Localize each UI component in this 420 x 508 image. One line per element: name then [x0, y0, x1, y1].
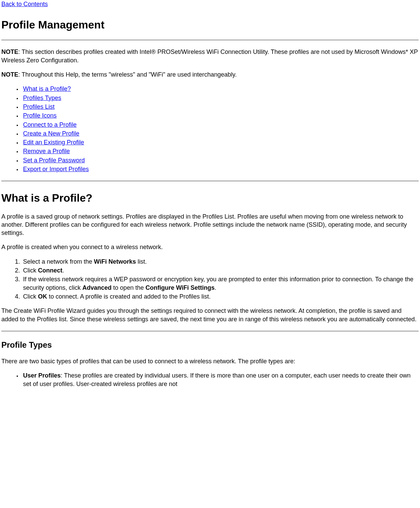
- toc-item: Create a New Profile: [22, 129, 419, 138]
- toc-link-edit-profile[interactable]: Edit an Existing Profile: [23, 139, 84, 146]
- text: to connect. A profile is created and add…: [47, 293, 211, 300]
- step-item: Click OK to connect. A profile is create…: [22, 292, 419, 301]
- toc-link-connect-profile[interactable]: Connect to a Profile: [23, 121, 77, 128]
- bold-text: User Profiles: [23, 372, 61, 379]
- toc-link-profiles-types[interactable]: Profiles Types: [23, 95, 61, 101]
- divider: [1, 331, 419, 331]
- note-text: : Throughout this Help, the terms "wirel…: [18, 71, 237, 78]
- toc-link-export-import[interactable]: Export or Import Profiles: [23, 166, 89, 172]
- list-item: User Profiles: These profiles are create…: [22, 371, 419, 388]
- toc-item: What is a Profile?: [22, 85, 419, 93]
- steps-list: Select a network from the WiFi Networks …: [1, 258, 419, 301]
- toc-item: Profiles Types: [22, 94, 419, 102]
- toc-link-remove-profile[interactable]: Remove a Profile: [23, 148, 70, 155]
- step-item: Select a network from the WiFi Networks …: [22, 258, 419, 266]
- toc-link-set-password[interactable]: Set a Profile Password: [23, 157, 85, 164]
- toc-item: Profile Icons: [22, 111, 419, 120]
- toc-item: Export or Import Profiles: [22, 165, 419, 173]
- note-label: NOTE: [1, 48, 18, 55]
- page-title: Profile Management: [1, 18, 419, 32]
- text: to open the: [112, 284, 145, 291]
- note-label: NOTE: [1, 71, 18, 78]
- note-2: NOTE: Throughout this Help, the terms "w…: [1, 70, 419, 79]
- text: If the wireless network requires a WEP p…: [23, 276, 414, 291]
- toc-item: Edit an Existing Profile: [22, 138, 419, 146]
- profile-types-list: User Profiles: These profiles are create…: [1, 371, 419, 388]
- text: Click: [23, 293, 38, 300]
- bold-text: WiFi Networks: [94, 258, 136, 265]
- back-to-contents-link[interactable]: Back to Contents: [1, 1, 48, 7]
- bold-text: Connect: [38, 267, 62, 274]
- toc-item: Connect to a Profile: [22, 121, 419, 129]
- toc-item: Set a Profile Password: [22, 156, 419, 164]
- text: Select a network from the: [23, 258, 94, 265]
- paragraph: A profile is created when you connect to…: [1, 243, 419, 251]
- bold-text: OK: [38, 293, 47, 300]
- paragraph: The Create WiFi Profile Wizard guides yo…: [1, 307, 419, 323]
- step-item: Click Connect.: [22, 266, 419, 275]
- step-item: If the wireless network requires a WEP p…: [22, 275, 419, 292]
- toc-list: What is a Profile? Profiles Types Profil…: [1, 85, 419, 173]
- section-heading-what-is-profile: What is a Profile?: [1, 191, 419, 205]
- bold-text: Advanced: [82, 284, 112, 291]
- text: .: [215, 284, 216, 291]
- toc-link-profiles-list[interactable]: Profiles List: [23, 103, 55, 110]
- note-1: NOTE: This section describes profiles cr…: [1, 48, 419, 64]
- paragraph: There are two basic types of profiles th…: [1, 357, 419, 365]
- toc-item: Profiles List: [22, 103, 419, 111]
- text: list.: [136, 258, 147, 265]
- text: Click: [23, 267, 38, 274]
- text: .: [62, 267, 64, 274]
- toc-item: Remove a Profile: [22, 147, 419, 155]
- toc-link-create-profile[interactable]: Create a New Profile: [23, 130, 79, 137]
- divider: [1, 181, 419, 181]
- toc-link-profile-icons[interactable]: Profile Icons: [23, 112, 57, 119]
- paragraph: A profile is a saved group of network se…: [1, 212, 419, 237]
- text: : These profiles are created by individu…: [23, 372, 411, 387]
- section-heading-profile-types: Profile Types: [1, 340, 419, 350]
- divider: [1, 40, 419, 40]
- bold-text: Configure WiFi Settings: [145, 284, 215, 291]
- note-text: : This section describes profiles create…: [1, 48, 418, 63]
- toc-link-what-is-profile[interactable]: What is a Profile?: [23, 85, 71, 92]
